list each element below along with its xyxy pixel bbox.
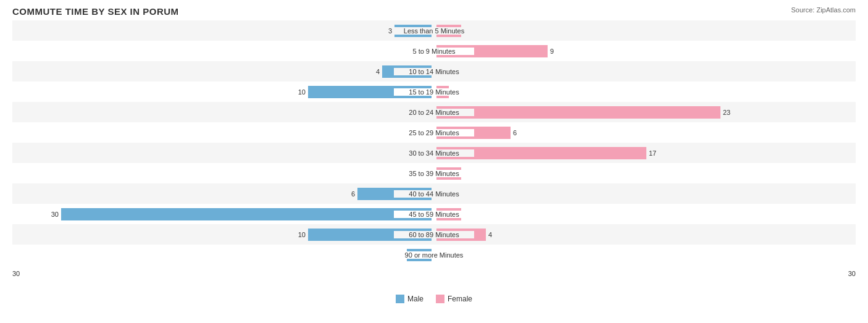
female-value-4: 23 [723, 109, 730, 116]
right-section-0: 2 [434, 20, 856, 41]
row-label-4: 20 to 24 Minutes [394, 109, 474, 116]
row-label-11: 90 or more Minutes [394, 251, 474, 259]
legend-male-box [396, 295, 404, 303]
left-section-8: 6 [12, 183, 434, 204]
male-bar-9 [61, 208, 432, 220]
chart-container: COMMUTE TIME BY SEX IN PORUM Source: Zip… [0, 0, 868, 323]
row-label-2: 10 to 14 Minutes [394, 68, 474, 75]
left-section-7: 0 [12, 163, 434, 183]
female-value-1: 9 [550, 48, 554, 55]
legend-male: Male [396, 295, 424, 303]
right-section-1: 9 [434, 41, 856, 61]
table-row: 3Less than 5 Minutes2 [12, 20, 856, 41]
right-section-10: 4 [434, 224, 856, 245]
legend-male-label: Male [407, 295, 424, 303]
right-section-7: 2 [434, 163, 856, 183]
legend-female-label: Female [448, 295, 472, 303]
male-value-8: 6 [351, 190, 355, 198]
row-label-3: 15 to 19 Minutes [394, 88, 474, 96]
left-section-5: 0 [12, 122, 434, 143]
left-section-3: 10 [12, 82, 434, 102]
female-bar-4 [436, 106, 720, 119]
right-section-11: 0 [434, 245, 856, 265]
table-row: 05 to 9 Minutes9 [12, 41, 856, 61]
male-value-2: 4 [376, 68, 380, 75]
left-section-2: 4 [12, 61, 434, 82]
row-label-10: 60 to 89 Minutes [394, 231, 474, 238]
table-row: 035 to 39 Minutes2 [12, 163, 856, 183]
table-row: 1015 to 19 Minutes1 [12, 82, 856, 102]
table-row: 025 to 29 Minutes6 [12, 122, 856, 143]
female-value-10: 4 [488, 231, 492, 238]
table-row: 410 to 14 Minutes0 [12, 61, 856, 82]
left-section-4: 0 [12, 102, 434, 122]
right-section-2: 0 [434, 61, 856, 82]
male-value-10: 10 [298, 231, 306, 238]
female-value-6: 17 [649, 149, 656, 157]
left-section-6: 0 [12, 143, 434, 163]
axis-right-label: 30 [848, 270, 856, 277]
row-label-6: 30 to 34 Minutes [394, 149, 474, 157]
row-label-0: Less than 5 Minutes [394, 27, 474, 35]
source-label: Source: ZipAtlas.com [791, 6, 856, 14]
row-label-7: 35 to 39 Minutes [394, 170, 474, 177]
chart-title: COMMUTE TIME BY SEX IN PORUM [12, 6, 856, 17]
axis-left-label: 30 [12, 270, 20, 277]
male-value-0: 3 [388, 27, 392, 35]
right-section-5: 6 [434, 122, 856, 143]
legend: Male Female [12, 295, 856, 303]
row-label-1: 5 to 9 Minutes [394, 48, 474, 55]
table-row: 020 to 24 Minutes23 [12, 102, 856, 122]
chart-area: 3Less than 5 Minutes205 to 9 Minutes9410… [12, 20, 856, 292]
female-value-5: 6 [513, 129, 517, 136]
row-label-5: 25 to 29 Minutes [394, 129, 474, 136]
table-row: 3045 to 59 Minutes2 [12, 204, 856, 224]
legend-female: Female [436, 295, 472, 303]
table-row: 640 to 44 Minutes0 [12, 183, 856, 204]
legend-female-box [436, 295, 444, 303]
table-row: 290 or more Minutes0 [12, 245, 856, 265]
right-section-8: 0 [434, 183, 856, 204]
left-section-1: 0 [12, 41, 434, 61]
left-section-0: 3 [12, 20, 434, 41]
table-row: 1060 to 89 Minutes4 [12, 224, 856, 245]
table-row: 030 to 34 Minutes17 [12, 143, 856, 163]
right-section-9: 2 [434, 204, 856, 224]
left-section-10: 10 [12, 224, 434, 245]
right-section-4: 23 [434, 102, 856, 122]
male-value-3: 10 [298, 88, 306, 96]
row-label-9: 45 to 59 Minutes [394, 211, 474, 218]
left-section-11: 2 [12, 245, 434, 265]
left-section-9: 30 [12, 204, 434, 224]
male-value-9: 30 [51, 211, 59, 218]
row-label-8: 40 to 44 Minutes [394, 190, 474, 198]
right-section-6: 17 [434, 143, 856, 163]
right-section-3: 1 [434, 82, 856, 102]
